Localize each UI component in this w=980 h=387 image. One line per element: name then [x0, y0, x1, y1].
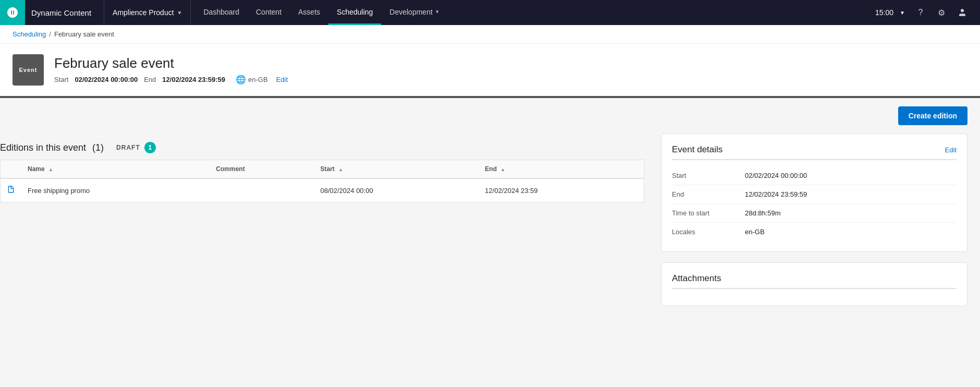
nav-right: 15:00 ▼ ? ⚙	[867, 3, 980, 22]
draft-label: DRAFT	[116, 144, 140, 151]
detail-label-locales: Locales	[672, 228, 745, 236]
draft-count: 1	[144, 142, 156, 153]
detail-label-start: Start	[672, 172, 745, 179]
editions-title: Editions in this event	[0, 142, 86, 153]
name-sort-icon: ▲	[48, 167, 53, 172]
nav-links: Dashboard Content Assets Scheduling Deve…	[190, 0, 867, 25]
end-value: 12/02/2024 23:59:59	[162, 76, 225, 83]
event-details-section: Event details Edit Start 02/02/2024 00:0…	[661, 134, 967, 252]
app-logo[interactable]	[0, 0, 25, 25]
event-title: February sale event	[54, 55, 967, 71]
two-col-layout: Editions in this event (1) DRAFT 1 Name …	[0, 134, 980, 319]
event-details-edit-link[interactable]: Edit	[945, 146, 957, 154]
event-locale: 🌐 en-GB	[236, 75, 268, 84]
detail-row-locales: Locales en-GB	[672, 223, 957, 241]
nav-link-development[interactable]: Development ▼	[381, 0, 448, 25]
start-label: Start	[54, 76, 68, 83]
col-check	[1, 160, 22, 179]
locale-value: en-GB	[248, 76, 268, 83]
development-chevron-icon: ▼	[435, 9, 440, 15]
nav-link-assets[interactable]: Assets	[290, 0, 328, 25]
row-name[interactable]: Free shipping promo	[21, 178, 210, 202]
col-start[interactable]: Start ▲	[314, 160, 479, 179]
event-badge: Event	[13, 54, 44, 86]
nav-link-content[interactable]: Content	[248, 0, 290, 25]
help-icon[interactable]: ?	[911, 3, 930, 22]
detail-value-locales: en-GB	[745, 228, 765, 236]
editions-table: Name ▲ Comment Start ▲ End ▲	[0, 160, 644, 202]
row-icon-cell	[1, 178, 22, 202]
end-label: End	[144, 76, 156, 83]
attachments-section: Attachments	[661, 262, 967, 306]
svg-point-0	[961, 9, 964, 12]
end-sort-icon: ▲	[500, 167, 505, 172]
top-nav: Dynamic Content Amplience Product ▼ Dash…	[0, 0, 980, 25]
detail-value-start: 02/02/2024 00:00:00	[745, 172, 807, 179]
editions-header: Editions in this event (1) DRAFT 1	[0, 134, 644, 160]
app-name: Dynamic Content	[25, 8, 104, 17]
draft-badge: DRAFT 1	[116, 142, 156, 153]
edition-doc-icon	[7, 186, 15, 195]
create-edition-button[interactable]: Create edition	[898, 106, 967, 125]
nav-time: 15:00	[875, 8, 893, 17]
user-icon[interactable]	[953, 3, 972, 22]
product-name: Amplience Product	[113, 8, 174, 17]
event-details-header: Event details Edit	[672, 144, 957, 160]
event-meta: Start 02/02/2024 00:00:00 End 12/02/2024…	[54, 75, 967, 84]
row-end: 12/02/2024 23:59	[479, 178, 644, 202]
row-comment	[210, 178, 314, 202]
editions-count: (1)	[92, 142, 104, 153]
row-start: 08/02/2024 00:00	[314, 178, 479, 202]
globe-icon: 🌐	[236, 75, 246, 84]
detail-row-end: End 12/02/2024 23:59:59	[672, 185, 957, 204]
start-sort-icon: ▲	[338, 167, 343, 172]
detail-row-start: Start 02/02/2024 00:00:00	[672, 166, 957, 185]
event-details-title: Event details	[672, 144, 722, 155]
editions-table-body: Free shipping promo 08/02/2024 00:00 12/…	[1, 178, 644, 202]
left-col: Editions in this event (1) DRAFT 1 Name …	[0, 134, 644, 306]
breadcrumb: Scheduling / February sale event	[0, 25, 980, 44]
detail-label-end: End	[672, 190, 745, 198]
editions-table-header: Name ▲ Comment Start ▲ End ▲	[1, 160, 644, 179]
product-chevron-icon: ▼	[177, 10, 182, 16]
start-value: 02/02/2024 00:00:00	[75, 76, 138, 83]
breadcrumb-separator: /	[49, 30, 51, 38]
content-toolbar: Create edition	[0, 98, 980, 134]
logo-icon	[6, 6, 19, 19]
breadcrumb-parent[interactable]: Scheduling	[13, 30, 46, 38]
right-col: Event details Edit Start 02/02/2024 00:0…	[644, 134, 967, 306]
main-content: Create edition Editions in this event (1…	[0, 98, 980, 387]
detail-label-time-to-start: Time to start	[672, 209, 745, 217]
col-name[interactable]: Name ▲	[21, 160, 210, 179]
detail-value-time-to-start: 28d:8h:59m	[745, 209, 781, 217]
col-comment[interactable]: Comment	[210, 160, 314, 179]
table-row[interactable]: Free shipping promo 08/02/2024 00:00 12/…	[1, 178, 644, 202]
event-edit-link[interactable]: Edit	[276, 76, 288, 83]
nav-link-scheduling[interactable]: Scheduling	[328, 0, 381, 25]
detail-value-end: 12/02/2024 23:59:59	[745, 190, 807, 198]
product-selector[interactable]: Amplience Product ▼	[104, 0, 190, 25]
col-end[interactable]: End ▲	[479, 160, 644, 179]
detail-row-time-to-start: Time to start 28d:8h:59m	[672, 204, 957, 223]
breadcrumb-current: February sale event	[54, 30, 114, 38]
settings-icon[interactable]: ⚙	[932, 3, 951, 22]
event-header: Event February sale event Start 02/02/20…	[0, 44, 980, 98]
event-info: February sale event Start 02/02/2024 00:…	[54, 55, 967, 84]
nav-time-chevron[interactable]: ▼	[900, 10, 905, 16]
attachments-title: Attachments	[672, 273, 957, 289]
nav-link-dashboard[interactable]: Dashboard	[195, 0, 248, 25]
